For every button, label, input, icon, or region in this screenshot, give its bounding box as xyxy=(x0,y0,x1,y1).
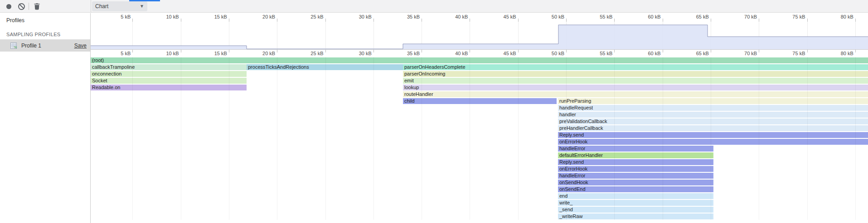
flame-bar-callbacktrampoline[interactable]: callbackTrampoline xyxy=(91,64,247,70)
ruler-tick-mark xyxy=(614,50,615,52)
ruler-tick-label: 65 kB xyxy=(696,14,709,19)
ruler-tick-label: 40 kB xyxy=(455,51,468,56)
ruler-tick-label: 75 kB xyxy=(792,14,805,19)
flame-bar-prehandlercallback[interactable]: preHandlerCallback xyxy=(558,125,868,131)
flame-bar-lookup[interactable]: lookup xyxy=(403,85,868,90)
gridline xyxy=(566,57,567,220)
ruler-tick-mark xyxy=(277,19,277,22)
gridline xyxy=(277,57,277,220)
ruler-tick-mark xyxy=(229,19,229,22)
ruler-tick-mark xyxy=(663,19,663,22)
ruler-tick-mark xyxy=(807,50,808,52)
trash-icon xyxy=(34,3,40,10)
flame-bar-_writeraw[interactable]: _writeRaw xyxy=(558,214,713,219)
flame-bar-child[interactable]: child xyxy=(403,98,557,104)
save-profile-link[interactable]: Save xyxy=(74,43,87,49)
clear-all-button[interactable] xyxy=(17,0,25,13)
ruler-tick-label: 30 kB xyxy=(359,51,372,56)
panel-scroll-indicator xyxy=(129,0,160,1)
flame-bar-onsendhook[interactable]: onSendHook xyxy=(558,180,713,185)
flame-bar-parseronheaderscomplete[interactable]: parserOnHeadersComplete xyxy=(403,64,868,70)
profiles-sidebar: Profiles SAMPLING PROFILES % Profile 1 S… xyxy=(0,13,91,223)
ruler-tick-mark xyxy=(759,50,759,52)
ruler-tick-label: 45 kB xyxy=(504,14,516,19)
flame-bar-reply.send[interactable]: Reply.send xyxy=(558,132,868,138)
flame-bar-onsendend[interactable]: onSendEnd xyxy=(558,186,713,192)
flame-bar-handleerror[interactable]: handleError xyxy=(558,146,713,152)
view-mode-value: Chart xyxy=(95,3,140,9)
gridline xyxy=(518,57,519,220)
ruler-tick-mark xyxy=(373,50,374,52)
ruler-tick-label: 50 kB xyxy=(552,14,564,19)
clear-all-icon xyxy=(18,3,25,10)
ruler-tick-mark xyxy=(422,19,422,22)
flame-bar-onerrorhook[interactable]: onErrorHook xyxy=(558,166,713,172)
flame-bar-processticksandrejections[interactable]: processTicksAndRejections xyxy=(247,64,403,70)
flame-bar-handler[interactable]: handler xyxy=(558,112,868,118)
sidebar-title: Profiles xyxy=(6,17,24,24)
flame-bar-write_[interactable]: write_ xyxy=(558,200,713,206)
gridline xyxy=(807,57,808,220)
ruler-tick-label: 10 kB xyxy=(166,14,179,19)
view-mode-select[interactable]: Chart ▼ xyxy=(92,1,147,11)
ruler-tick-mark xyxy=(325,19,326,22)
flame-bar-runpreparsing[interactable]: runPreParsing xyxy=(558,98,868,104)
flame-bar-defaulterrorhandler[interactable]: defaultErrorHandler xyxy=(558,152,713,158)
gridline xyxy=(373,57,374,220)
ruler-tick-mark xyxy=(614,19,615,22)
gridline xyxy=(614,57,615,220)
gridline xyxy=(229,57,229,220)
record-button[interactable] xyxy=(5,0,13,13)
ruler-tick-label: 60 kB xyxy=(648,51,660,56)
ruler-tick-mark xyxy=(855,19,856,22)
ruler-tick-label: 45 kB xyxy=(504,51,516,56)
ruler-tick-mark xyxy=(132,50,133,52)
gridline xyxy=(181,57,181,220)
flame-bar-prevalidationcallback[interactable]: preValidationCallback xyxy=(558,119,868,124)
ruler-tick-mark xyxy=(807,19,808,22)
ruler-tick-mark xyxy=(181,50,181,52)
ruler-tick-mark xyxy=(711,19,711,22)
ruler-tick-label: 15 kB xyxy=(214,14,227,19)
ruler-tick-label: 75 kB xyxy=(792,51,805,56)
ruler-tick-label: 80 kB xyxy=(841,14,853,19)
delete-profile-button[interactable] xyxy=(33,0,41,13)
ruler-tick-mark xyxy=(277,50,277,52)
ruler-tick-label: 5 kB xyxy=(121,14,131,19)
ruler-tick-label: 40 kB xyxy=(455,14,468,19)
flame-bar-handleerror[interactable]: handleError xyxy=(558,173,713,179)
flame-bar-emit[interactable]: emit xyxy=(403,78,868,84)
flame-bar-routehandler[interactable]: routeHandler xyxy=(403,91,868,97)
flame-bar-onconnection[interactable]: onconnection xyxy=(91,71,247,77)
flame-bar-_send[interactable]: _send xyxy=(558,207,713,213)
ruler-tick-label: 80 kB xyxy=(841,51,853,56)
ruler-tick-label: 35 kB xyxy=(407,51,420,56)
profile-table-icon: % xyxy=(10,42,17,49)
ruler-tick-label: 70 kB xyxy=(744,14,757,19)
flame-bar-parseronincoming[interactable]: parserOnIncoming xyxy=(403,71,868,77)
ruler-tick-label: 70 kB xyxy=(744,51,757,56)
flame-bar-root[interactable]: (root) xyxy=(91,57,868,63)
flame-bar-socket[interactable]: Socket xyxy=(91,78,247,84)
flame-bar-readable.on[interactable]: Readable.on xyxy=(91,85,247,90)
svg-text:%: % xyxy=(14,45,17,49)
record-icon xyxy=(6,4,11,9)
toolbar-panel-separator xyxy=(91,0,91,13)
gridline xyxy=(663,57,663,220)
flame-bar-onerrorhook[interactable]: onErrorHook xyxy=(558,139,868,145)
gridline xyxy=(132,57,133,220)
profile-list-item[interactable]: % Profile 1 Save xyxy=(0,39,90,52)
flame-bar-reply.send[interactable]: Reply.send xyxy=(558,159,713,165)
flame-bar-handlerequest[interactable]: handleRequest xyxy=(558,105,868,111)
ruler-tick-mark xyxy=(566,50,567,52)
ruler-tick-label: 30 kB xyxy=(359,14,372,19)
ruler-tick-mark xyxy=(132,19,133,22)
allocation-overview-graph[interactable] xyxy=(91,22,868,49)
gridline xyxy=(855,57,856,220)
ruler-tick-mark xyxy=(855,50,856,52)
allocation-flame-chart[interactable]: (root)callbackTrampolineprocessTicksAndR… xyxy=(91,57,868,223)
ruler-tick-mark xyxy=(759,19,759,22)
flame-bar-end[interactable]: end xyxy=(558,193,713,199)
ruler-tick-mark xyxy=(711,50,711,52)
ruler-tick-label: 50 kB xyxy=(552,51,564,56)
